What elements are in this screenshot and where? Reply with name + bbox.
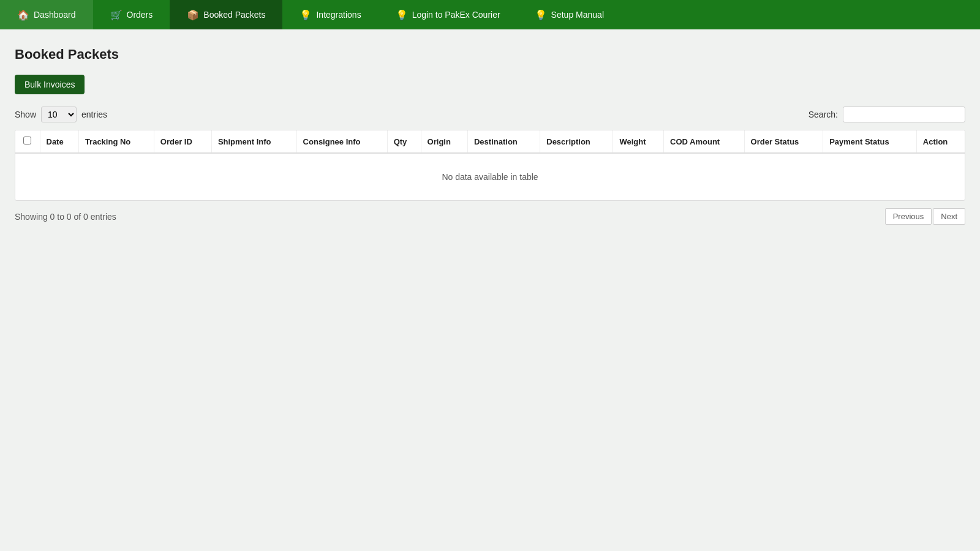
- showing-text: Showing 0 to 0 of 0 entries: [15, 212, 116, 222]
- col-header-cod-amount: COD Amount: [664, 130, 745, 153]
- booked-packets-table: DateTracking NoOrder IDShipment InfoCons…: [15, 130, 965, 200]
- search-label: Search:: [809, 110, 838, 119]
- col-header-order-status: Order Status: [744, 130, 823, 153]
- col-header-payment-status: Payment Status: [823, 130, 917, 153]
- nav-item-integrations[interactable]: 💡Integrations: [282, 0, 378, 29]
- col-header-weight: Weight: [613, 130, 664, 153]
- col-header-date: Date: [40, 130, 78, 153]
- col-header-qty: Qty: [387, 130, 421, 153]
- show-entries-control: Show 102550100 entries: [15, 107, 107, 122]
- orders-icon: 🛒: [110, 9, 123, 21]
- nav-item-booked-packets[interactable]: 📦Booked Packets: [170, 0, 282, 29]
- integrations-icon: 💡: [300, 9, 312, 21]
- col-header-destination: Destination: [467, 130, 540, 153]
- top-navigation: 🏠Dashboard🛒Orders📦Booked Packets💡Integra…: [0, 0, 980, 29]
- col-header-shipment-info: Shipment Info: [211, 130, 296, 153]
- bulk-invoices-button[interactable]: Bulk Invoices: [15, 75, 85, 94]
- nav-item-dashboard[interactable]: 🏠Dashboard: [0, 0, 93, 29]
- next-button[interactable]: Next: [933, 208, 965, 225]
- col-header-action: Action: [916, 130, 965, 153]
- main-content: Booked Packets Bulk Invoices Show 102550…: [0, 29, 980, 242]
- empty-message: No data available in table: [15, 153, 965, 200]
- show-entries-label-after: entries: [81, 110, 107, 119]
- nav-item-setup-manual[interactable]: 💡Setup Manual: [518, 0, 621, 29]
- table-container: DateTracking NoOrder IDShipment InfoCons…: [15, 130, 965, 201]
- select-all-checkbox[interactable]: [23, 137, 31, 144]
- controls-row: Show 102550100 entries Search:: [15, 107, 965, 122]
- col-header-origin: Origin: [421, 130, 467, 153]
- login-pakex-icon: 💡: [396, 9, 408, 21]
- pagination: Previous Next: [885, 208, 965, 225]
- search-control: Search:: [809, 107, 965, 122]
- entries-select[interactable]: 102550100: [41, 107, 77, 122]
- previous-button[interactable]: Previous: [885, 208, 932, 225]
- col-header-description: Description: [540, 130, 613, 153]
- col-header-consignee-info: Consignee Info: [296, 130, 387, 153]
- col-header-checkbox: [15, 130, 40, 153]
- nav-item-login-pakex[interactable]: 💡Login to PakEx Courier: [379, 0, 518, 29]
- booked-packets-icon: 📦: [187, 9, 199, 21]
- setup-manual-icon: 💡: [535, 9, 547, 21]
- page-title: Booked Packets: [15, 47, 965, 62]
- show-entries-label-before: Show: [15, 110, 36, 119]
- table-header-row: DateTracking NoOrder IDShipment InfoCons…: [15, 130, 965, 153]
- empty-row: No data available in table: [15, 153, 965, 200]
- col-header-tracking-no: Tracking No: [78, 130, 154, 153]
- search-input[interactable]: [843, 107, 965, 122]
- dashboard-icon: 🏠: [17, 9, 29, 21]
- table-footer: Showing 0 to 0 of 0 entries Previous Nex…: [15, 208, 965, 225]
- col-header-order-id: Order ID: [154, 130, 211, 153]
- nav-item-orders[interactable]: 🛒Orders: [93, 0, 170, 29]
- table-body: No data available in table: [15, 153, 965, 200]
